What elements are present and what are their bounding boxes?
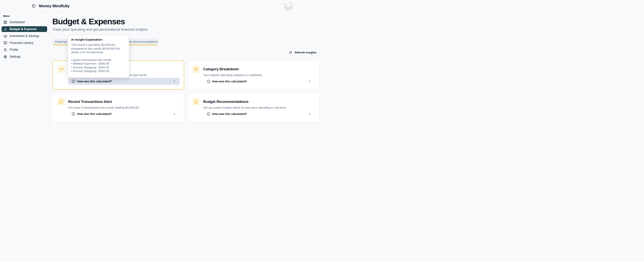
- sidebar-item-budget-expense[interactable]: Budget & Expense: [2, 26, 47, 32]
- refresh-insights-label: Refresh Insights: [294, 51, 316, 54]
- how-calculated-label: How was this calculated?: [212, 80, 247, 83]
- sidebar-item-label: Financial Literacy: [10, 41, 34, 45]
- card-budget-recommendations: Budget Recommendations Set up custom bud…: [188, 93, 319, 122]
- how-calculated-label: How was this calculated?: [77, 112, 112, 115]
- how-calculated-link[interactable]: How was this calculated?: [203, 78, 315, 85]
- popup-transaction-item: • Grocery Shopping: -$250.00: [71, 69, 126, 73]
- info-icon: [72, 80, 75, 83]
- how-calculated-link[interactable]: How was this calculated?: [203, 110, 315, 117]
- sidebar-item-label: Settings: [10, 55, 21, 58]
- popup-transaction-item: • Medical Expenses: -$300.00: [71, 62, 126, 65]
- user-icon: [4, 48, 7, 52]
- popup-paragraph: This month's spending ($3,850.00) compar…: [71, 43, 126, 54]
- dashboard-icon: [4, 20, 7, 24]
- info-icon: [72, 112, 75, 116]
- card-description: Your highest spending category is undefi…: [203, 73, 315, 77]
- info-icon: [207, 112, 210, 116]
- chevron-right-icon: [308, 112, 311, 115]
- refresh-insights-button[interactable]: Refresh Insights: [286, 49, 319, 55]
- chevron-right-icon: [173, 80, 176, 83]
- sidebar-toggle-button[interactable]: [31, 3, 36, 8]
- bar-chart-icon: [4, 27, 7, 31]
- card-title: Budget Recommendations: [203, 100, 248, 104]
- sidebar-item-label: Investment & Savings: [10, 34, 39, 38]
- card-title: Category Breakdown: [203, 67, 239, 71]
- popup-title: AI Insight Explanation: [71, 38, 126, 41]
- card-title: Recent Transactions Alert: [68, 100, 112, 104]
- page-subtitle: Track your spending and get personalized…: [52, 27, 319, 32]
- app-title: Money Mindfully: [39, 4, 70, 8]
- how-calculated-label: How was this calculated?: [212, 112, 247, 115]
- info-icon: [207, 80, 210, 83]
- chevron-right-icon: [308, 80, 311, 83]
- sidebar-item-label: Dashboard: [10, 20, 24, 24]
- book-open-icon: [4, 41, 7, 45]
- repeat-icon: [192, 65, 200, 73]
- card-recent-transactions: Recent Transactions Alert You have 9 tra…: [52, 93, 184, 122]
- bell-icon: [192, 98, 200, 106]
- how-calculated-link[interactable]: How was this calculated?: [68, 78, 180, 85]
- sidebar-item-label: Budget & Expense: [10, 27, 36, 31]
- app-header: Money Mindfully: [0, 0, 322, 12]
- sidebar-item-dashboard[interactable]: Dashboard: [2, 19, 47, 25]
- page-title: Budget & Expenses: [52, 17, 319, 26]
- popup-transaction-item: • Grocery Shopping: -$250.00: [71, 65, 126, 69]
- card-category-breakdown: Category Breakdown Your highest spending…: [188, 60, 319, 90]
- ai-insight-popup: AI Insight Explanation This month's spen…: [68, 35, 129, 78]
- how-calculated-label: How was this calculated?: [77, 80, 112, 83]
- sidebar-item-financial-literacy[interactable]: Financial Literacy: [2, 40, 47, 46]
- trending-up-icon: [57, 65, 65, 73]
- user-avatar[interactable]: [284, 1, 292, 10]
- sidebar-item-settings[interactable]: Settings: [2, 54, 47, 59]
- chevron-right-icon: [173, 112, 176, 115]
- sidebar: Menu Dashboard Budget & Expense Investme…: [0, 12, 49, 131]
- gear-icon: [4, 55, 7, 59]
- how-calculated-link[interactable]: How was this calculated?: [68, 110, 180, 117]
- piggy-bank-icon: [4, 34, 7, 38]
- refresh-icon: [289, 51, 292, 54]
- popup-transactions-heading: Largest transactions this month:: [71, 58, 126, 62]
- sidebar-item-investment-savings[interactable]: Investment & Savings: [2, 33, 47, 39]
- sidebar-item-profile[interactable]: Profile: [2, 47, 47, 53]
- card-description: You have 9 transactions this month total…: [68, 106, 180, 110]
- panel-left-icon: [32, 4, 36, 8]
- card-description: Set up custom budget alerts to track you…: [203, 106, 315, 110]
- sidebar-menu-label: Menu: [3, 14, 47, 17]
- sidebar-item-label: Profile: [10, 48, 18, 51]
- alert-circle-icon: [57, 98, 65, 106]
